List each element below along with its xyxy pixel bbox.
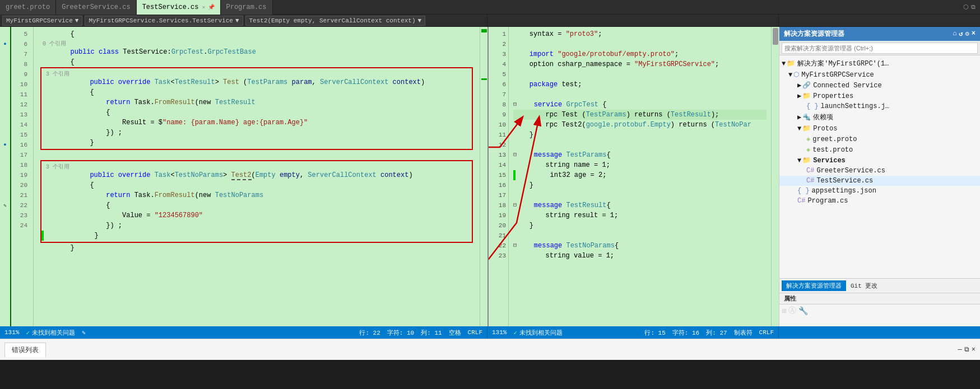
solution-toolbar-icons: ⌂ ↺ ⚙ × [953, 30, 976, 38]
project-label: MyFirstGRPCService [6, 17, 73, 24]
proto-code-line: int32 age = 2; [513, 170, 767, 180]
proto-file-icon: ◈ [806, 135, 810, 143]
proto-code-line: ⊟ message TestResult{ [513, 200, 767, 210]
tree-label: Services [813, 157, 846, 165]
code-line: } [41, 138, 472, 148]
scrollbar[interactable] [480, 27, 487, 326]
tree-item-project[interactable]: ▼ ⬡ MyFirstGRPCService [779, 69, 980, 80]
json-icon: { } [806, 102, 819, 110]
expand-icon[interactable]: ⬡ [963, 3, 969, 11]
tree-label: launchSettings.j… [821, 102, 889, 110]
status-ok: ✓ 未找到相关问题 [26, 329, 75, 337]
char-info-right: 字符: 16 [672, 329, 699, 337]
solution-explorer-header: 解决方案资源管理器 ⌂ ↺ ⚙ × [779, 27, 980, 41]
tree-item-appsettings[interactable]: { } appsettings.json [779, 186, 980, 196]
tree-item-services[interactable]: ▼ 📁 Services [779, 155, 980, 166]
tree-item-launchsettings[interactable]: { } launchSettings.j… [779, 101, 980, 111]
status-bar-container: 131% ✓ 未找到相关问题 ✎ 行: 22 字符: 10 列: 11 空格 C… [0, 326, 980, 339]
tab-info-right: 制表符 [734, 329, 753, 337]
connected-service-icon: 🔗 [802, 81, 811, 90]
tree-item-connected-service[interactable]: ▶ 🔗 Connected Service [779, 80, 980, 91]
tab-bar: greet.proto GreeterService.cs TestServic… [0, 0, 980, 15]
proto-code-content[interactable]: syntax = "proto3"; import "google/protob… [509, 27, 771, 326]
tree-label: greet.proto [812, 135, 857, 143]
tab-greeter-service[interactable]: GreeterService.cs [56, 0, 136, 15]
scroll-marker [481, 29, 487, 32]
minimize-icon[interactable]: — [958, 346, 962, 354]
scroll-marker [481, 78, 487, 80]
tree-item-test-proto[interactable]: ◈ test.proto [779, 144, 980, 155]
code-content[interactable]: { 0 个引用 public class TestService:GrpcTes… [34, 27, 480, 326]
tree-item-greet-proto[interactable]: ◈ greet.proto [779, 134, 980, 144]
zoom-level-left: 131% [4, 329, 19, 336]
search-input[interactable] [782, 43, 978, 54]
close-icon[interactable]: × [972, 30, 976, 38]
proto-code-line: ⊟ message TestParams{ [513, 150, 767, 160]
code-line: Value = "1234567890" [41, 210, 472, 221]
close-icon[interactable]: ✕ [202, 4, 205, 11]
namespace-dropdown[interactable]: MyFirstGRPCService.Services.TestService … [85, 16, 243, 26]
properties-icon[interactable]: 🔧 [798, 306, 808, 316]
alpha-icon[interactable]: Ⓐ [788, 306, 796, 316]
grid-icon[interactable]: ⊞ [782, 306, 786, 316]
settings-icon[interactable]: ⚙ [965, 30, 969, 38]
code-line: }) ; [41, 221, 472, 231]
tree-label: 解决方案'MyFirstGRPC'(1… [797, 59, 889, 68]
code-line [38, 150, 475, 160]
solution-explorer-panel: 解决方案资源管理器 ⌂ ↺ ⚙ × ▼ 📁 解决方案'MyFirstGRPC'(… [779, 27, 980, 326]
proto-code-line [513, 140, 767, 150]
tree-item-program[interactable]: C# Program.cs [779, 196, 980, 206]
tab-program[interactable]: Program.cs [221, 0, 273, 15]
code-line: { [38, 29, 475, 39]
tree-label: Protos [813, 125, 837, 133]
line-info: 行: 22 [359, 329, 380, 337]
solution-status [779, 326, 980, 339]
dropdown-arrow: ▼ [235, 17, 239, 24]
code-line [38, 253, 475, 263]
tab-greet-proto[interactable]: greet.proto [0, 0, 56, 15]
pin-icon[interactable]: 📌 [208, 4, 215, 11]
sync-icon[interactable]: ↺ [959, 30, 963, 38]
proto-code-line: import "google/protobuf/empty.proto"; [513, 49, 767, 59]
properties-header: 属性 [779, 293, 980, 304]
crlf-info-right: CRLF [759, 329, 774, 336]
tree-label: Connected Service [813, 82, 881, 90]
proto-code-line: syntax = "proto3"; [513, 29, 767, 39]
home-icon[interactable]: ⌂ [953, 30, 956, 38]
properties-toolbar: ⊞ Ⓐ 🔧 [779, 304, 980, 317]
solution-tab[interactable]: 解决方案资源管理器 [782, 280, 846, 291]
tree-item-solution[interactable]: ▼ 📁 解决方案'MyFirstGRPC'(1… [779, 58, 980, 69]
float-icon[interactable]: ⧉ [964, 346, 969, 354]
zoom-level-right: 131% [492, 329, 507, 336]
expand-icon: ▼ [782, 60, 786, 68]
tab-test-service[interactable]: TestService.cs ✕ 📌 [137, 0, 221, 15]
ok-icon: ✓ [26, 329, 30, 336]
tree-item-properties[interactable]: ▶ 📁 Properties [779, 91, 980, 101]
tree-label: Program.cs [807, 197, 848, 205]
json-icon: { } [797, 187, 810, 195]
edit-indicator-22: ✎ [0, 200, 10, 210]
close-icon[interactable]: × [972, 346, 976, 354]
cs-file-icon: C# [806, 167, 814, 175]
dropdown-arrow: ▼ [75, 17, 79, 24]
tab-label: TestService.cs [142, 3, 199, 11]
green-edit-indicator [41, 231, 44, 241]
proto-scrollbar[interactable] [771, 27, 779, 326]
error-list-tab[interactable]: 错误列表 [4, 343, 46, 357]
project-dropdown[interactable]: MyFirstGRPCService ▼ [2, 16, 82, 26]
tree-item-test-service[interactable]: C# TestService.cs [779, 176, 980, 186]
tab-label: GreeterService.cs [62, 3, 130, 11]
git-tab[interactable]: Git 更改 [846, 280, 882, 291]
split-icon[interactable]: ⧉ [971, 4, 976, 11]
proto-code-line [513, 90, 767, 100]
code-line: { [41, 107, 472, 118]
tree-item-dependencies[interactable]: ▶ 🔩 依赖项 [779, 111, 980, 123]
col-info-right: 列: 27 [706, 329, 727, 337]
tree-item-protos[interactable]: ▼ 📁 Protos [779, 123, 980, 134]
method-label: Test2(Empty empty, ServerCallContext con… [249, 17, 416, 24]
edit-pencil: ✎ [82, 329, 86, 336]
tree-item-greeter-service[interactable]: C# GreeterService.cs [779, 166, 980, 176]
method-dropdown[interactable]: Test2(Empty empty, ServerCallContext con… [245, 16, 426, 26]
solution-icon: 📁 [787, 59, 795, 68]
search-bar [779, 41, 980, 55]
